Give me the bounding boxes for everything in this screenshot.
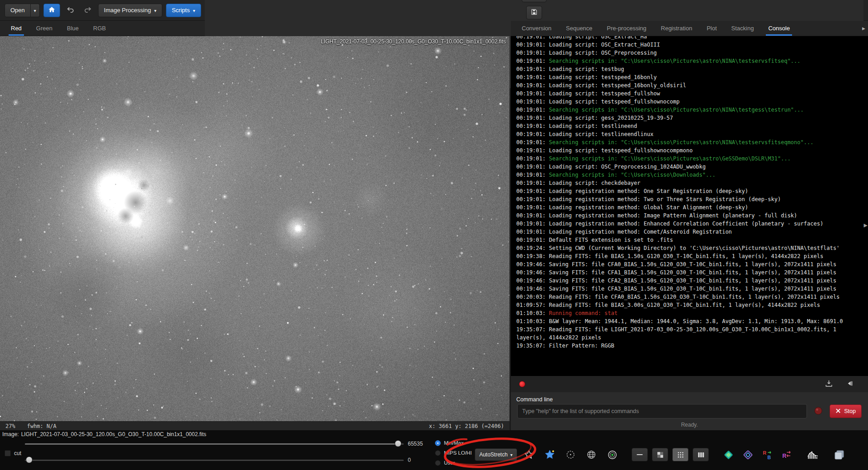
tab-registration[interactable]: Registration	[654, 21, 699, 36]
command-line-label: Command line	[511, 392, 868, 404]
console-line: 00:19:01: Loading script: OSC_Preprocess…	[516, 163, 863, 171]
main-area: RedGreenBlueRGB LIGHT_2021-07-03_00-25-3…	[0, 21, 868, 430]
console-line: 01:10:03: B&W layer: Mean: 1944.1, Media…	[516, 317, 863, 325]
image-processing-button[interactable]: Image Processing	[98, 4, 162, 17]
chevron-down-icon	[510, 451, 513, 458]
tools-panel: ConversionSequencePre-processingRegistra…	[511, 21, 868, 430]
tab-stacking[interactable]: Stacking	[724, 21, 761, 36]
chevron-down-icon	[193, 7, 195, 14]
console-line: 00:19:46: Saving FITS: file CFA2_BIAS_1.…	[516, 277, 863, 285]
clear-console-button[interactable]	[843, 377, 856, 391]
radio-mips-lo-hi[interactable]: MIPS LO/HI	[435, 449, 472, 456]
panel-collapse-arrow[interactable]: ▶	[864, 222, 868, 228]
tab-sequence[interactable]: Sequence	[559, 21, 600, 36]
console-line: 00:19:01: Loading script: testlineendlin…	[516, 130, 863, 138]
command-status-icon	[814, 406, 823, 417]
radio-dot-icon	[435, 460, 441, 466]
image-processing-label: Image Processing	[104, 7, 151, 14]
console-line: 00:19:01: Loading registration method: O…	[516, 187, 863, 195]
photometry-star-icon[interactable]	[522, 448, 536, 461]
low-level-slider[interactable]	[25, 456, 404, 464]
low-slider-thumb[interactable]	[26, 456, 33, 463]
star-detection-icon[interactable]	[543, 448, 557, 461]
tab-console[interactable]: Console	[761, 21, 797, 36]
high-level-slider[interactable]	[25, 440, 404, 447]
fwhm-value: fwhm: N/A	[27, 423, 57, 429]
home-button[interactable]	[43, 4, 60, 17]
psf-circle-icon[interactable]	[564, 448, 577, 461]
chessboard-view-button[interactable]	[652, 448, 668, 461]
console-line: 00:19:01: Searching scripts in: "C:\User…	[516, 138, 863, 146]
negative-view-button[interactable]	[632, 448, 648, 461]
console-line: 01:10:03: Running command: stat	[516, 309, 863, 317]
console-line: 00:19:01: Loading script: testspeed_16bo…	[516, 73, 863, 81]
tab-blue[interactable]: Blue	[60, 21, 86, 36]
tab-plot[interactable]: Plot	[699, 21, 724, 36]
chevron-down-icon	[34, 7, 36, 14]
redo-icon	[83, 5, 92, 15]
grid-view-button[interactable]	[672, 448, 689, 461]
channel-extraction-icon[interactable]: R	[780, 448, 793, 461]
console-line: 00:19:46: Saving FITS: file CFA1_BIAS_1.…	[516, 268, 863, 277]
stop-button[interactable]: Stop	[830, 404, 862, 418]
cut-checkbox[interactable]	[5, 450, 11, 456]
console-line: 00:19:01: Searching scripts in: "C:\User…	[516, 171, 863, 179]
high-level-value: 65535	[408, 441, 423, 447]
tab-scroll-right-icon[interactable]: ▶	[859, 26, 868, 31]
save-as-button[interactable]	[526, 6, 542, 19]
console-line: 00:19:24: Setting CWD (Current Working D…	[516, 244, 863, 252]
cut-checkbox-row: cut	[5, 450, 21, 456]
pixel-math-icon[interactable]	[722, 448, 735, 461]
background-samples-button[interactable]	[693, 448, 709, 461]
siril-window: Open Image Processing Scripts	[0, 0, 868, 470]
rgb-composition-icon[interactable]: RB	[760, 448, 774, 461]
console-line: 00:19:01: Loading script: testspeed_full…	[516, 89, 863, 98]
open-button[interactable]: Open	[5, 4, 31, 17]
zoom-level: 27%	[5, 423, 15, 429]
photometry-target-icon[interactable]	[605, 448, 619, 461]
console-line: 00:19:01: Loading script: gess_20210225_…	[516, 114, 863, 122]
layers-outline-icon[interactable]	[741, 448, 755, 461]
console-line: 00:19:01: Loading script: testspeed_full…	[516, 146, 863, 155]
astrometry-globe-icon[interactable]	[585, 448, 598, 461]
redo-button[interactable]	[81, 4, 94, 17]
save-button[interactable]: Save	[522, 0, 547, 2]
low-level-value: 0	[408, 457, 411, 463]
export-log-icon	[825, 379, 833, 389]
tab-red[interactable]: Red	[4, 21, 29, 36]
record-dot-icon	[519, 381, 525, 387]
cut-label: cut	[14, 450, 21, 456]
radio-user[interactable]: User	[435, 459, 455, 466]
tab-green[interactable]: Green	[29, 21, 60, 36]
console-line: 00:19:01: Loading script: testspeed_16bo…	[516, 81, 863, 89]
tab-rgb[interactable]: RGB	[86, 21, 113, 36]
undo-button[interactable]	[64, 4, 77, 17]
svg-text:R: R	[782, 453, 786, 459]
console-line: 19:35:07: Filter Pattern: RGGB	[516, 342, 863, 350]
high-slider-thumb[interactable]	[395, 440, 401, 447]
histogram-icon[interactable]	[806, 448, 820, 461]
command-row: Stop	[511, 404, 868, 418]
console-line: 00:19:01: Loading script: testspeed_full…	[516, 98, 863, 106]
export-log-button[interactable]	[822, 377, 835, 391]
console-line: 00:19:01: Loading registration method: T…	[516, 195, 863, 203]
scripts-label: Scripts	[172, 7, 190, 14]
command-status-button[interactable]	[811, 404, 825, 418]
home-icon	[47, 5, 56, 15]
console-actions	[511, 376, 868, 392]
bottom-strip: Image: LIGHT_2021-07-03_00-25-30_120.00s…	[0, 430, 868, 470]
command-input[interactable]	[517, 404, 807, 418]
console-line: 00:19:01: Default FITS extension is set …	[516, 236, 863, 244]
tab-conversion[interactable]: Conversion	[514, 21, 559, 36]
tab-pre-processing[interactable]: Pre-processing	[599, 21, 653, 36]
scripts-button[interactable]: Scripts	[166, 4, 201, 17]
stretch-mode-dropdown[interactable]: AutoStretch	[475, 448, 517, 461]
console-line: 19:35:07: Reading FITS: file LIGHT_2021-…	[516, 325, 863, 342]
open-dropdown-button[interactable]	[31, 4, 40, 17]
console-log[interactable]: 00:19:01: Loading script: OSC_Extract_Ha…	[511, 36, 868, 376]
stacked-images-icon[interactable]	[832, 448, 846, 461]
radio-min-max[interactable]: Min/Max	[435, 439, 463, 446]
cursor-coordinates: x: 3661 y: 2186 (=2406)	[429, 423, 504, 429]
chevron-down-icon	[154, 7, 156, 14]
astro-image-canvas[interactable]	[0, 36, 509, 421]
